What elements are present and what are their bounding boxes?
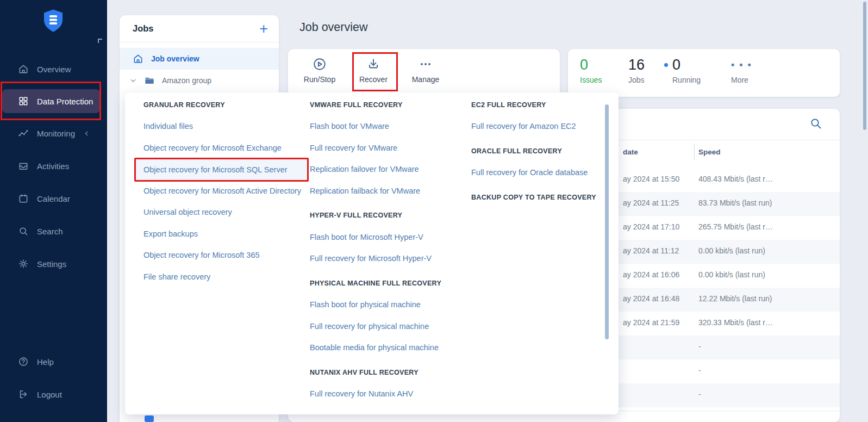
- menu-item-flash-boot-for-vmware[interactable]: Flash boot for VMware: [310, 116, 471, 138]
- running-count: 0: [672, 57, 680, 73]
- run-stop-label: Run/Stop: [304, 75, 335, 84]
- sidebar: OverviewData ProtectionMonitoringActivit…: [0, 0, 107, 422]
- menu-item-replication-failback-for-vmware[interactable]: Replication failback for VMware: [310, 180, 471, 202]
- menu-item-flash-boot-for-physical-machine[interactable]: Flash boot for physical machine: [310, 294, 471, 316]
- menu-item-full-recovery-for-microsoft-hyper-v[interactable]: Full recovery for Microsoft Hyper-V: [310, 248, 471, 270]
- recover-label: Recover: [359, 75, 388, 84]
- menu-item-file-share-recovery[interactable]: File share recovery: [143, 266, 310, 288]
- issues-label: Issues: [580, 76, 602, 84]
- sidebar-item-help[interactable]: Help: [0, 350, 107, 374]
- cell-speed: -: [698, 342, 701, 351]
- page-scrollbar[interactable]: [863, 2, 866, 130]
- menu-section-title: VMWARE FULL RECOVERY: [310, 94, 471, 116]
- running-label: Running: [672, 76, 701, 84]
- inbox-icon: [17, 160, 29, 172]
- menu-item-full-recovery-for-vmware[interactable]: Full recovery for VMware: [310, 137, 471, 159]
- jobs-summary-card: 0 Issues 16 Jobs 0 Running • • • More: [568, 49, 840, 97]
- search-icon: [17, 225, 29, 237]
- monitoring-icon: [17, 127, 29, 139]
- menu-section-backup-copy-to-tape-recovery: BACKUP COPY TO TAPE RECOVERY: [471, 187, 602, 208]
- stat-jobs[interactable]: 16 Jobs: [628, 57, 645, 84]
- sidebar-item-label: Monitoring: [37, 129, 75, 138]
- sidebar-item-logout[interactable]: Logout: [0, 382, 107, 406]
- logout-icon: [17, 388, 29, 400]
- ellipsis-icon: [418, 57, 433, 72]
- cell-run-date: ay 2024 at 15:50: [623, 175, 679, 183]
- menu-item-flash-boot-for-microsoft-hyper-v[interactable]: Flash boot for Microsoft Hyper-V: [310, 226, 471, 248]
- menu-item-universal-object-recovery[interactable]: Universal object recovery: [143, 202, 310, 224]
- menu-item-individual-files[interactable]: Individual files: [143, 116, 310, 138]
- menu-item-object-recovery-for-microsoft-365[interactable]: Object recovery for Microsoft 365: [143, 245, 310, 266]
- chevron-left-icon[interactable]: [83, 129, 91, 138]
- jobs-count: 16: [628, 57, 645, 73]
- column-header-date[interactable]: date: [623, 148, 638, 156]
- jobs-item-label: Job overview: [151, 54, 199, 63]
- sidebar-collapse-icon[interactable]: [98, 39, 102, 43]
- cell-speed: -: [698, 366, 701, 375]
- sidebar-item-calendar[interactable]: Calendar: [0, 187, 107, 210]
- cell-speed: 265.75 Mbit/s (last r…: [698, 222, 773, 231]
- stat-issues[interactable]: 0 Issues: [580, 57, 602, 84]
- cell-run-date: ay 2024 at 17:10: [623, 222, 679, 231]
- menu-item-full-recovery-for-amazon-ec2[interactable]: Full recovery for Amazon EC2: [471, 116, 602, 138]
- search-icon[interactable]: [809, 117, 822, 130]
- stat-running[interactable]: 0 Running: [672, 57, 701, 84]
- jobs-panel-title: Jobs: [133, 23, 154, 34]
- sidebar-item-overview[interactable]: Overview: [0, 57, 107, 81]
- job-item-partial-icon: [145, 415, 154, 422]
- recover-menu-column-3: EC2 FULL RECOVERYFull recovery for Amazo…: [471, 94, 602, 414]
- jobs-item-job-overview[interactable]: Job overview: [120, 48, 279, 70]
- menu-item-replication-failover-for-vmware[interactable]: Replication failover for VMware: [310, 159, 471, 181]
- menu-section-title: HYPER-V FULL RECOVERY: [310, 205, 471, 227]
- run-stop-button[interactable]: Run/Stop: [295, 57, 345, 97]
- menu-item-export-backups[interactable]: Export backups: [143, 223, 310, 245]
- recover-button[interactable]: Recover: [348, 57, 398, 97]
- home-icon: [133, 53, 143, 64]
- ellipsis-icon: • • •: [731, 57, 752, 73]
- running-dot-icon: [664, 63, 668, 67]
- cell-speed: 0.00 kbit/s (last run): [698, 246, 765, 255]
- menu-section-physical-machine-full-recovery: PHYSICAL MACHINE FULL RECOVERYFlash boot…: [310, 272, 471, 358]
- dropdown-scrollbar[interactable]: [605, 104, 609, 339]
- chevron-down-icon[interactable]: [128, 75, 139, 86]
- sidebar-item-settings[interactable]: Settings: [0, 252, 107, 276]
- menu-item-object-recovery-for-microsoft-exchange[interactable]: Object recovery for Microsoft Exchange: [143, 137, 310, 159]
- menu-item-full-recovery-for-physical-machine[interactable]: Full recovery for physical machine: [310, 315, 471, 337]
- home-icon: [17, 63, 29, 75]
- menu-item-full-recovery-for-oracle-database[interactable]: Full recovery for Oracle database: [471, 162, 602, 184]
- menu-item-object-recovery-for-microsoft-sql-server[interactable]: Object recovery for Microsoft SQL Server: [134, 158, 309, 182]
- stat-more[interactable]: • • • More: [731, 57, 752, 84]
- gear-icon: [17, 258, 29, 270]
- download-icon: [366, 57, 381, 72]
- menu-item-full-recovery-for-nutanix-ahv[interactable]: Full recovery for Nutanix AHV: [310, 383, 471, 405]
- sidebar-item-label: Overview: [37, 65, 71, 74]
- menu-section-title: GRANULAR RECOVERY: [143, 94, 310, 116]
- sidebar-item-data-protection[interactable]: Data Protection: [2, 89, 100, 113]
- sidebar-item-activities[interactable]: Activities: [0, 154, 107, 178]
- cell-run-date: ay 2024 at 21:59: [623, 318, 679, 327]
- column-header-speed[interactable]: Speed: [698, 148, 721, 156]
- sidebar-item-search[interactable]: Search: [0, 219, 107, 243]
- jobs-item-amazon-group[interactable]: Amazon group: [120, 70, 279, 91]
- menu-item-object-recovery-for-microsoft-active-directory[interactable]: Object recovery for Microsoft Active Dir…: [143, 180, 310, 202]
- calendar-icon: [17, 193, 29, 204]
- cell-speed: 12.22 Mbit/s (last run): [698, 294, 772, 303]
- menu-section-ec2-full-recovery: EC2 FULL RECOVERYFull recovery for Amazo…: [471, 94, 602, 137]
- play-circle-icon: [312, 57, 327, 72]
- cell-speed: 0.00 kbit/s (last run): [698, 270, 765, 279]
- cell-run-date: ay 2024 at 11:25: [623, 198, 679, 207]
- menu-item-bootable-media-for-physical-machine[interactable]: Bootable media for physical machine: [310, 337, 471, 359]
- sidebar-item-label: Activities: [37, 162, 69, 171]
- cell-speed: -: [698, 390, 701, 399]
- sidebar-item-monitoring[interactable]: Monitoring: [0, 121, 107, 145]
- app-shield-logo: [42, 9, 65, 35]
- sidebar-item-label: Help: [37, 357, 54, 367]
- sidebar-item-label: Logout: [37, 390, 62, 399]
- cell-run-date: ay 2024 at 11:12: [623, 246, 679, 255]
- jobs-label: Jobs: [628, 76, 645, 84]
- menu-section-granular-recovery: GRANULAR RECOVERYIndividual filesObject …: [143, 94, 310, 288]
- add-job-button[interactable]: +: [259, 23, 268, 34]
- folder-icon: [144, 75, 155, 86]
- manage-button[interactable]: Manage: [401, 57, 451, 97]
- menu-section-hyper-v-full-recovery: HYPER-V FULL RECOVERYFlash boot for Micr…: [310, 205, 471, 270]
